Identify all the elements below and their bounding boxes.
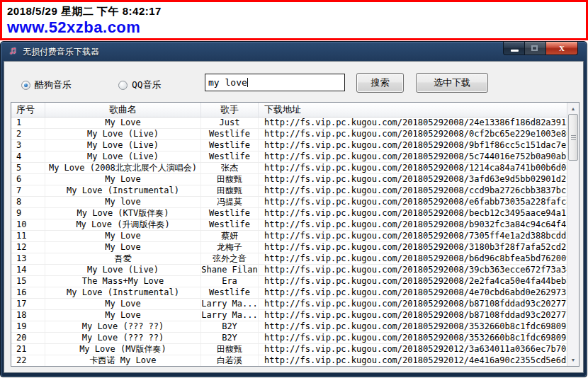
cell-download-url: http://fs.vip.pc.kugou.com/201805292008/… [259,310,567,321]
table-row[interactable]: 17My LoveLarry Ma...http://fs.vip.pc.kug… [11,299,567,310]
window-title: 无损付费音乐下载器 [23,46,99,58]
cell-download-url: http://fs.vip.pc.kugou.com/201805292008/… [259,265,567,275]
table-row[interactable]: 19My Love (??? ??)B2Yhttp://fs.vip.pc.ku… [11,321,567,333]
cell-download-url: http://fs.vip.pc.kugou.com/201805292012/… [259,344,567,355]
table-row[interactable]: 9My Love (KTV版伴奏)Westlifehttp://fs.vip.p… [11,208,567,219]
window-controls: X [503,42,578,56]
table-row[interactable]: 20My Love (??? ??)B2Yhttp://fs.vip.pc.ku… [11,333,567,344]
cell-index: 11 [11,231,45,241]
cell-index: 17 [11,299,45,309]
cell-index: 5 [11,163,45,173]
cell-artist: Westlife [201,140,259,151]
cell-download-url: http://fs.vip.pc.kugou.com/201805292008/… [259,231,567,241]
table-row[interactable]: 1My LoveJusthttp://fs.vip.pc.kugou.com/2… [11,118,567,129]
table-row[interactable]: 7My Love (Instrumental)田馥甄http://fs.vip.… [11,185,567,197]
cell-index: 21 [11,344,45,355]
info-banner: 2018/5/29 星期二 下午 8:42:17 www.52xzba.com [0,0,588,40]
cell-index: 18 [11,310,45,321]
minimize-button[interactable] [503,42,525,55]
cell-artist: Era [201,276,259,287]
music-note-icon: ♫ [7,45,18,56]
cell-song-name: My Love [45,310,201,321]
results-table: 序号 歌曲名 歌手 下载地址 1My LoveJusthttp://fs.vip… [11,102,579,367]
cell-song-name: My Love (??? ??) [45,333,201,343]
cell-artist: Westlife [201,287,259,298]
maximize-button[interactable] [525,42,545,55]
cell-index: 19 [11,321,45,332]
table-row[interactable]: 22卡西诺 My Love白若溪http://fs.vip.pc.kugou.c… [11,355,567,366]
search-button[interactable]: 搜索 [356,73,404,93]
cell-download-url: http://fs.vip.pc.kugou.com/201805292008/… [259,276,567,287]
cell-song-name: 吾爱 [45,253,201,264]
download-selected-button[interactable]: 选中下载 [416,73,488,93]
cell-artist: Westlife [201,129,259,139]
cell-index: 9 [11,208,45,219]
close-button[interactable]: X [545,42,578,55]
scroll-down-icon[interactable]: ▼ [567,354,579,366]
cell-download-url: http://fs.vip.pc.kugou.com/201805292008/… [259,321,567,332]
cell-index: 1 [11,118,45,128]
cell-song-name: My Love (Instrumental) [45,287,201,298]
cell-download-url: http://fs.vip.pc.kugou.com/201805292008/… [259,197,567,207]
scrollbar-thumb[interactable] [568,114,578,161]
table-row[interactable]: 11My Love蔡妍http://fs.vip.pc.kugou.com/20… [11,231,567,242]
cell-download-url: http://fs.vip.pc.kugou.com/201805292008/… [259,287,567,298]
cell-download-url: http://fs.vip.pc.kugou.com/201805292008/… [259,151,567,162]
cell-artist: 张杰 [201,163,259,173]
minimize-icon [511,50,519,52]
radio-selected-icon [21,81,30,90]
cell-song-name: My Love (KTV版伴奏) [45,208,201,219]
title-bar[interactable]: ♫ 无损付费音乐下载器 X [1,42,587,60]
table-row[interactable]: 4My Love (Live)Westlifehttp://fs.vip.pc.… [11,151,567,163]
table-row[interactable]: 18My LoveLarry Ma...http://fs.vip.pc.kug… [11,310,567,321]
text-caret [247,78,248,87]
banner-datetime: 2018/5/29 星期二 下午 8:42:17 [7,4,582,18]
scroll-up-icon[interactable]: ▲ [567,103,579,115]
table-header: 序号 歌曲名 歌手 下载地址 [11,103,567,118]
app-window: ♫ 无损付费音乐下载器 X 酷狗音乐 QQ音乐 my love 搜索 [0,41,587,377]
table-row[interactable]: 14My Love (Live)Shane Filanhttp://fs.vip… [11,265,567,276]
header-index[interactable]: 序号 [11,103,45,117]
table-row[interactable]: 6My Love田馥甄http://fs.vip.pc.kugou.com/20… [11,174,567,185]
radio-qq-label: QQ音乐 [132,79,162,91]
table-row[interactable]: 16My Love (Instrumental)Westlifehttp://f… [11,287,567,299]
cell-artist: Westlife [201,208,259,219]
table-row[interactable]: 8My love冯提莫http://fs.vip.pc.kugou.com/20… [11,197,567,208]
radio-kugou-music[interactable]: 酷狗音乐 [21,79,72,91]
cell-song-name: My Love [45,118,201,128]
cell-index: 2 [11,129,45,139]
table-row[interactable]: 15The Mass+My LoveErahttp://fs.vip.pc.ku… [11,276,567,287]
table-row[interactable]: 5My Love (2008北京北展个人演唱会)张杰http://fs.vip.… [11,163,567,174]
cell-index: 15 [11,276,45,287]
header-url[interactable]: 下载地址 [259,103,567,117]
table-row[interactable]: 10My Love (升调版伴奏)Westlifehttp://fs.vip.p… [11,219,567,231]
cell-song-name: My love [45,197,201,207]
cell-download-url: http://fs.vip.pc.kugou.com/201805292008/… [259,299,567,309]
radio-kugou-label: 酷狗音乐 [35,79,72,91]
cell-song-name: The Mass+My Love [45,276,201,287]
table-row[interactable]: 21My Love (MV版伴奏)田馥甄http://fs.vip.pc.kug… [11,344,567,355]
table-row[interactable]: 13吾爱弦外之音http://fs.vip.pc.kugou.com/20180… [11,253,567,265]
cell-artist: 弦外之音 [201,253,259,264]
cell-index: 14 [11,265,45,275]
cell-index: 6 [11,174,45,185]
cell-download-url: http://fs.vip.pc.kugou.com/201805292012/… [259,355,567,366]
table-row[interactable]: 2My Love (Live)Westlifehttp://fs.vip.pc.… [11,129,567,140]
vertical-scrollbar[interactable]: ▲ ▼ [567,103,579,366]
table-row[interactable]: 12My Love龙梅子http://fs.vip.pc.kugou.com/2… [11,242,567,253]
cell-artist: Just [201,118,259,128]
cell-download-url: http://fs.vip.pc.kugou.com/201805292008/… [259,185,567,196]
cell-download-url: http://fs.vip.pc.kugou.com/201805292008/… [259,208,567,219]
cell-artist: B2Y [201,321,259,332]
cell-download-url: http://fs.vip.pc.kugou.com/201805292008/… [259,219,567,230]
search-input[interactable]: my love [205,74,345,91]
cell-song-name: My Love [45,231,201,241]
cell-download-url: http://fs.vip.pc.kugou.com/201805292008/… [259,129,567,139]
table-row[interactable]: 3My Love (Live)Westlifehttp://fs.vip.pc.… [11,140,567,151]
cell-artist: Larry Ma... [201,299,259,309]
radio-qq-music[interactable]: QQ音乐 [118,79,162,91]
cell-song-name: My Love (Live) [45,265,201,275]
header-song[interactable]: 歌曲名 [45,103,201,117]
cell-index: 13 [11,253,45,264]
header-artist[interactable]: 歌手 [201,103,259,117]
